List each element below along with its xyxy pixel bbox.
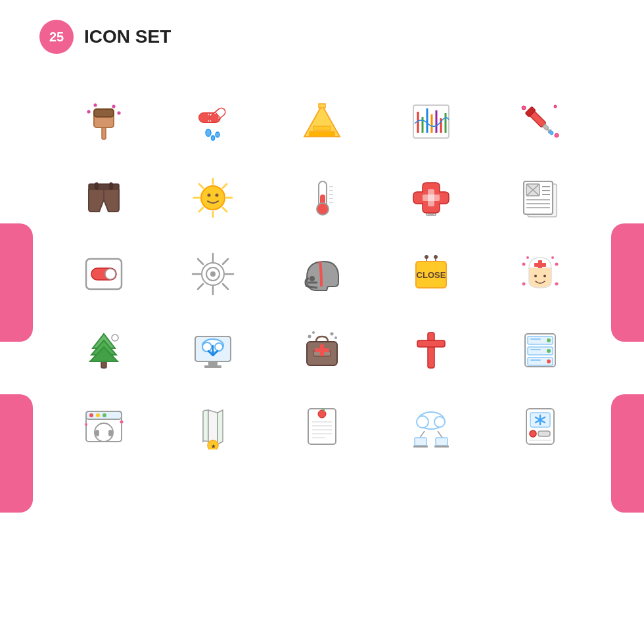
svg-rect-103 xyxy=(534,263,546,267)
svg-point-98 xyxy=(522,283,526,286)
svg-point-7 xyxy=(206,129,211,137)
svg-rect-163 xyxy=(415,438,426,446)
pyramid-icon xyxy=(271,87,373,156)
svg-line-47 xyxy=(223,184,227,188)
svg-rect-145 xyxy=(95,430,99,436)
svg-rect-135 xyxy=(530,349,541,350)
svg-point-172 xyxy=(530,430,536,437)
medical-machine-icon xyxy=(489,392,591,461)
svg-point-59 xyxy=(317,203,329,215)
medical-cross-icon xyxy=(380,163,482,233)
svg-point-100 xyxy=(526,256,529,259)
svg-point-105 xyxy=(543,275,546,277)
svg-text:CLOSE: CLOSE xyxy=(417,270,446,280)
svg-line-82 xyxy=(198,259,203,264)
dropper-pen-icon xyxy=(489,87,591,156)
svg-point-147 xyxy=(85,423,87,426)
shorts-icon xyxy=(53,163,155,233)
svg-point-77 xyxy=(105,269,116,279)
thermometer-icon xyxy=(271,163,373,233)
svg-line-161 xyxy=(420,431,425,438)
barcode-chart-icon xyxy=(380,87,482,156)
svg-point-134 xyxy=(547,349,551,353)
svg-line-46 xyxy=(223,208,227,212)
decorative-pink-left-bottom xyxy=(0,394,33,513)
svg-point-50 xyxy=(208,194,211,197)
icon-grid: CLOSE xyxy=(0,80,644,468)
svg-point-99 xyxy=(555,283,559,286)
svg-point-104 xyxy=(534,275,537,277)
svg-point-3 xyxy=(118,112,121,115)
decorative-pink-left-top xyxy=(0,223,33,342)
svg-point-117 xyxy=(215,343,223,351)
svg-point-160 xyxy=(434,417,445,427)
svg-point-88 xyxy=(210,271,216,277)
svg-point-141 xyxy=(89,413,93,417)
svg-point-159 xyxy=(417,416,428,428)
svg-point-97 xyxy=(555,263,559,266)
svg-point-120 xyxy=(312,331,315,334)
svg-rect-128 xyxy=(417,340,445,347)
svg-rect-166 xyxy=(434,446,449,448)
svg-rect-11 xyxy=(199,113,210,122)
decorative-pink-right-bottom xyxy=(611,394,644,513)
svg-rect-40 xyxy=(110,183,112,189)
svg-rect-17 xyxy=(313,126,331,130)
svg-rect-127 xyxy=(428,333,434,368)
target-sun-icon xyxy=(162,239,264,309)
svg-point-31 xyxy=(554,105,557,108)
svg-line-45 xyxy=(199,184,203,188)
svg-rect-132 xyxy=(530,338,541,340)
svg-point-152 xyxy=(318,410,326,418)
svg-point-96 xyxy=(522,263,526,266)
svg-point-89 xyxy=(310,276,315,281)
svg-rect-20 xyxy=(319,104,325,108)
nurse-icon xyxy=(489,239,591,309)
recipe-note-icon xyxy=(271,392,373,461)
svg-rect-173 xyxy=(538,431,550,436)
svg-rect-146 xyxy=(108,430,112,436)
svg-point-142 xyxy=(96,413,100,417)
close-sign-icon: CLOSE xyxy=(380,239,482,309)
newspaper-icon xyxy=(489,163,591,233)
svg-point-131 xyxy=(547,338,551,342)
header: 25 ICON SET xyxy=(0,0,644,74)
svg-point-121 xyxy=(331,333,334,336)
svg-rect-165 xyxy=(436,438,448,446)
server-icon xyxy=(489,315,591,385)
medicine-pills-icon xyxy=(162,87,264,156)
svg-point-116 xyxy=(202,342,212,352)
svg-rect-39 xyxy=(95,183,98,189)
header-title: ICON SET xyxy=(84,26,171,47)
badge-number: 25 xyxy=(39,20,74,54)
svg-text:★: ★ xyxy=(211,444,216,449)
football-helmet-icon xyxy=(271,239,373,309)
svg-rect-18 xyxy=(310,131,334,137)
svg-point-8 xyxy=(216,132,219,137)
tree-icon xyxy=(53,315,155,385)
svg-point-143 xyxy=(103,413,106,417)
map-badge-icon: ★ xyxy=(162,392,264,461)
svg-rect-138 xyxy=(530,359,541,361)
svg-point-106 xyxy=(112,334,118,341)
cloud-download-icon xyxy=(162,315,264,385)
svg-rect-164 xyxy=(413,446,428,448)
cross-icon xyxy=(380,315,482,385)
svg-rect-113 xyxy=(208,361,218,365)
svg-line-83 xyxy=(223,284,228,289)
svg-rect-37 xyxy=(89,184,119,189)
svg-rect-126 xyxy=(315,348,329,352)
svg-point-30 xyxy=(555,133,559,137)
medical-bag-icon xyxy=(271,315,373,385)
svg-point-148 xyxy=(120,421,124,424)
decorative-pink-right-top xyxy=(611,223,644,342)
svg-point-49 xyxy=(201,186,225,210)
svg-point-2 xyxy=(112,105,116,108)
music-browser-icon xyxy=(53,392,155,461)
svg-rect-6 xyxy=(94,109,114,117)
svg-point-137 xyxy=(547,359,551,363)
svg-rect-63 xyxy=(423,195,440,201)
svg-point-122 xyxy=(334,336,337,339)
svg-line-162 xyxy=(438,431,442,438)
cloud-network-icon xyxy=(380,392,482,461)
